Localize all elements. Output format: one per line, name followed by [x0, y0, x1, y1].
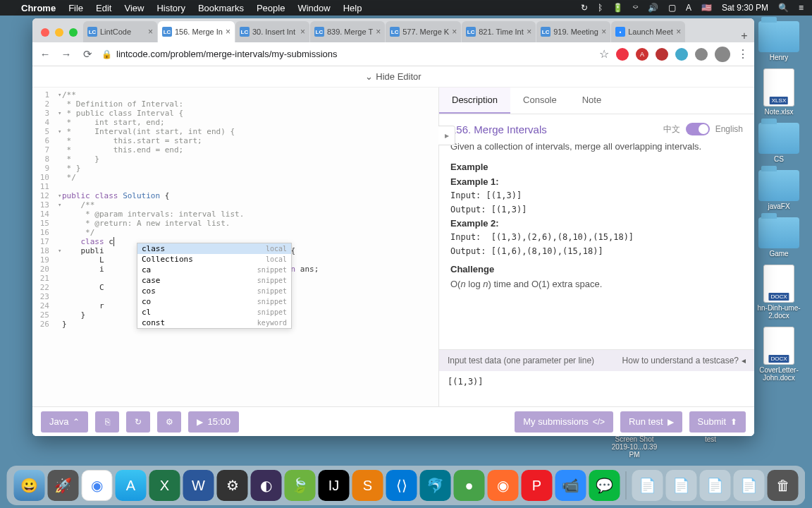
dock-spring[interactable]: 🍃: [285, 470, 316, 501]
menu-history[interactable]: History: [156, 3, 185, 13]
menu-edit[interactable]: Edit: [96, 3, 111, 13]
browser-tab[interactable]: LC919. Meeting×: [536, 21, 610, 42]
close-window-icon[interactable]: [41, 28, 49, 37]
battery-icon[interactable]: 🔋: [613, 3, 623, 13]
control-center-icon[interactable]: ≡: [799, 3, 804, 13]
autocomplete-item[interactable]: classlocal: [137, 243, 291, 254]
new-tab-button[interactable]: +: [734, 30, 754, 42]
dock-trash[interactable]: 🗑: [768, 470, 799, 501]
bookmark-star-icon[interactable]: ☆: [599, 47, 609, 61]
settings-button[interactable]: ⚙: [157, 411, 181, 433]
back-button[interactable]: ←: [38, 47, 52, 61]
tab-close-icon[interactable]: ×: [601, 27, 606, 37]
panel-expand-handle[interactable]: ▸: [438, 126, 455, 145]
autocomplete-item[interactable]: cossnippet: [137, 286, 291, 296]
desktop-folder[interactable]: Game: [758, 217, 799, 258]
copy-button[interactable]: ⎘: [95, 411, 119, 433]
minimize-window-icon[interactable]: [55, 28, 63, 37]
reset-button[interactable]: ↻: [126, 411, 150, 433]
dock-chrome[interactable]: ◉: [82, 470, 113, 501]
dock-appstore[interactable]: A: [116, 470, 147, 501]
dock-mysql[interactable]: 🐬: [420, 470, 451, 501]
menu-help[interactable]: Help: [343, 3, 362, 13]
tab-close-icon[interactable]: ×: [226, 27, 230, 37]
forward-button[interactable]: →: [59, 47, 73, 61]
dock-mongodb[interactable]: ●: [454, 470, 485, 501]
browser-tab[interactable]: LCLintCode×: [83, 21, 157, 42]
autocomplete-item[interactable]: casesnippet: [137, 275, 291, 286]
active-app-name[interactable]: Chrome: [21, 3, 56, 13]
language-select[interactable]: Java ⌃: [41, 411, 88, 433]
autocomplete-item[interactable]: constkeyword: [137, 318, 291, 328]
profile-avatar[interactable]: [715, 47, 730, 62]
autocomplete-popup[interactable]: classlocalCollectionslocalcasnippetcases…: [137, 243, 292, 329]
tab-close-icon[interactable]: ×: [452, 27, 457, 37]
tab-close-icon[interactable]: ×: [300, 27, 305, 37]
desktop-screenshot-label[interactable]: Screen Shot 2019-10...0.39 PM: [606, 435, 663, 459]
dock-intellij[interactable]: IJ: [319, 470, 350, 501]
extension-icon[interactable]: [695, 48, 708, 61]
dock-vscode[interactable]: ⟨⟩: [386, 470, 417, 501]
tab-close-icon[interactable]: ×: [376, 27, 381, 37]
dock-finder[interactable]: 😀: [14, 470, 45, 501]
airplay-icon[interactable]: ▢: [668, 3, 676, 13]
desktop-folder[interactable]: CS: [758, 123, 799, 163]
bluetooth-icon[interactable]: ᛒ: [598, 3, 603, 13]
tab-close-icon[interactable]: ×: [676, 27, 681, 37]
tab-close-icon[interactable]: ×: [527, 27, 531, 37]
timemachine-icon[interactable]: ↻: [581, 3, 588, 13]
desktop-folder[interactable]: javaFX: [758, 170, 799, 210]
run-test-button[interactable]: Run test ▶: [620, 411, 682, 433]
clock[interactable]: Sat 9:30 PM: [722, 3, 768, 13]
timer-button[interactable]: ▶ 15:00: [188, 411, 239, 433]
fullscreen-window-icon[interactable]: [69, 28, 78, 37]
volume-icon[interactable]: 🔊: [648, 3, 658, 13]
menu-bookmarks[interactable]: Bookmarks: [198, 3, 244, 13]
extension-icon[interactable]: A: [636, 48, 648, 61]
browser-tab[interactable]: LC577. Merge K×: [386, 21, 461, 42]
dock-stack[interactable]: 📄: [700, 470, 731, 501]
dock-postman[interactable]: ◉: [488, 470, 519, 501]
dock-pdf[interactable]: P: [522, 470, 553, 501]
hide-editor-button[interactable]: ⌄ Hide Editor: [32, 66, 754, 87]
autocomplete-item[interactable]: casnippet: [137, 265, 291, 275]
dock-stack[interactable]: 📄: [666, 470, 697, 501]
extension-icon[interactable]: [675, 48, 688, 61]
lang-switch[interactable]: [686, 123, 710, 135]
submit-button[interactable]: Submit ⬆: [689, 411, 746, 433]
lock-icon[interactable]: 🔒: [102, 49, 112, 59]
dock-eclipse[interactable]: ◐: [251, 470, 282, 501]
menu-view[interactable]: View: [124, 3, 144, 13]
tab-description[interactable]: Description: [439, 87, 510, 114]
flag-icon[interactable]: 🇺🇸: [701, 3, 712, 13]
desktop-doc[interactable]: DOCXhn-Dinh-ume-2.docx: [751, 265, 807, 320]
extension-icon[interactable]: [656, 48, 668, 61]
dock-stack[interactable]: 📄: [734, 470, 765, 501]
dock-excel[interactable]: X: [149, 470, 180, 501]
lang-en[interactable]: English: [715, 124, 743, 134]
browser-tab[interactable]: LC821. Time Int×: [462, 21, 536, 42]
desktop-test-label[interactable]: test: [705, 435, 716, 459]
extension-icon[interactable]: [616, 48, 629, 61]
autocomplete-item[interactable]: Collectionslocal: [137, 254, 291, 265]
browser-tab[interactable]: LC156. Merge In×: [158, 21, 235, 42]
menu-file[interactable]: File: [68, 3, 83, 13]
chrome-menu-icon[interactable]: ⋮: [737, 47, 749, 61]
spotlight-icon[interactable]: 🔍: [778, 3, 789, 13]
my-submissions-button[interactable]: My submissions </>: [515, 411, 613, 433]
input-icon[interactable]: A: [686, 3, 691, 13]
dock-word[interactable]: W: [183, 470, 214, 501]
autocomplete-item[interactable]: clsnippet: [137, 307, 291, 318]
browser-tab[interactable]: LC30. Insert Int×: [235, 21, 309, 42]
testcase-input[interactable]: [(1,3)]: [439, 371, 754, 406]
url-text[interactable]: lintcode.com/problem/merge-intervals/my-…: [116, 49, 338, 59]
lang-zh[interactable]: 中文: [663, 123, 680, 135]
testcase-help-link[interactable]: How to understand a testcase? ◂: [622, 356, 746, 365]
menu-window[interactable]: Window: [297, 3, 330, 13]
dock-sublime[interactable]: S: [352, 470, 383, 501]
tab-close-icon[interactable]: ×: [148, 27, 153, 37]
browser-tab[interactable]: ▪Launch Meet×: [611, 21, 685, 42]
dock-settings[interactable]: ⚙: [217, 470, 248, 501]
menu-people[interactable]: People: [257, 3, 285, 13]
reload-button[interactable]: ⟳: [80, 47, 94, 61]
